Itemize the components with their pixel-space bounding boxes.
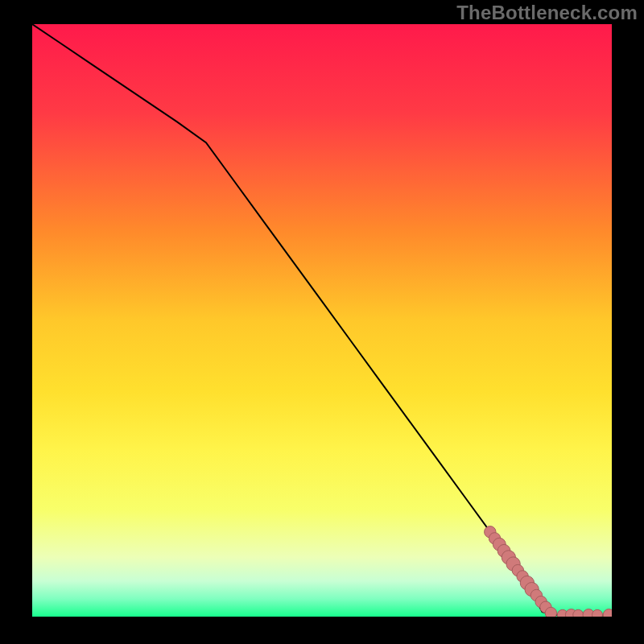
data-marker	[545, 607, 556, 617]
gradient-background	[32, 24, 612, 617]
chart-svg	[32, 24, 612, 617]
watermark-label: TheBottleneck.com	[456, 2, 638, 24]
chart-frame: TheBottleneck.com	[0, 0, 644, 644]
plot-area	[32, 24, 612, 617]
data-marker	[573, 609, 584, 617]
data-marker	[592, 609, 603, 617]
